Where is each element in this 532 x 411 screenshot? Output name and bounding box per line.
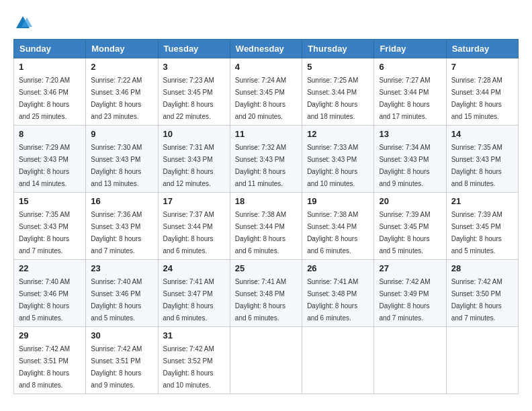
calendar-day-cell: 31 Sunrise: 7:42 AM Sunset: 3:52 PM Dayl… (158, 327, 230, 394)
day-info: Sunrise: 7:39 AM Sunset: 3:45 PM Dayligh… (379, 211, 430, 255)
calendar-day-cell: 28 Sunrise: 7:42 AM Sunset: 3:50 PM Dayl… (446, 260, 518, 327)
calendar-day-cell: 14 Sunrise: 7:35 AM Sunset: 3:43 PM Dayl… (446, 126, 518, 193)
calendar-day-cell: 10 Sunrise: 7:31 AM Sunset: 3:43 PM Dayl… (158, 126, 230, 193)
logo-icon (13, 13, 32, 32)
calendar-day-cell: 18 Sunrise: 7:38 AM Sunset: 3:44 PM Dayl… (230, 193, 302, 260)
day-number: 2 (91, 62, 152, 72)
day-number: 25 (235, 263, 297, 273)
calendar-week-row: 8 Sunrise: 7:29 AM Sunset: 3:43 PM Dayli… (14, 126, 519, 193)
day-number: 4 (235, 62, 297, 72)
day-info: Sunrise: 7:25 AM Sunset: 3:44 PM Dayligh… (307, 77, 358, 120)
logo (13, 13, 35, 32)
day-info: Sunrise: 7:23 AM Sunset: 3:45 PM Dayligh… (163, 77, 214, 120)
day-number: 26 (307, 263, 369, 273)
day-number: 31 (163, 330, 225, 340)
day-number: 9 (91, 129, 152, 139)
calendar-day-cell: 21 Sunrise: 7:39 AM Sunset: 3:45 PM Dayl… (446, 193, 518, 260)
day-info: Sunrise: 7:28 AM Sunset: 3:44 PM Dayligh… (451, 77, 502, 120)
day-number: 18 (235, 196, 297, 206)
day-info: Sunrise: 7:40 AM Sunset: 3:46 PM Dayligh… (91, 278, 142, 322)
calendar-week-row: 22 Sunrise: 7:40 AM Sunset: 3:46 PM Dayl… (14, 260, 519, 327)
calendar-day-cell: 30 Sunrise: 7:42 AM Sunset: 3:51 PM Dayl… (86, 327, 158, 394)
day-number: 1 (19, 62, 81, 72)
calendar-day-cell: 4 Sunrise: 7:24 AM Sunset: 3:45 PM Dayli… (230, 58, 302, 126)
days-of-week-row: SundayMondayTuesdayWednesdayThursdayFrid… (14, 40, 519, 58)
day-number: 17 (163, 196, 225, 206)
calendar-table: SundayMondayTuesdayWednesdayThursdayFrid… (13, 39, 519, 394)
day-info: Sunrise: 7:35 AM Sunset: 3:43 PM Dayligh… (451, 144, 502, 187)
day-number: 15 (19, 196, 81, 206)
day-info: Sunrise: 7:41 AM Sunset: 3:48 PM Dayligh… (307, 278, 358, 322)
day-info: Sunrise: 7:42 AM Sunset: 3:51 PM Dayligh… (91, 345, 142, 389)
calendar-day-cell: 5 Sunrise: 7:25 AM Sunset: 3:44 PM Dayli… (302, 58, 374, 126)
page-header (13, 13, 519, 32)
calendar-day-cell: 22 Sunrise: 7:40 AM Sunset: 3:46 PM Dayl… (14, 260, 86, 327)
day-number: 14 (451, 129, 513, 139)
day-info: Sunrise: 7:41 AM Sunset: 3:47 PM Dayligh… (163, 278, 214, 322)
day-number: 7 (451, 62, 513, 72)
calendar-week-row: 29 Sunrise: 7:42 AM Sunset: 3:51 PM Dayl… (14, 327, 519, 394)
dow-header: Friday (374, 40, 446, 58)
day-number: 16 (91, 196, 152, 206)
day-info: Sunrise: 7:34 AM Sunset: 3:43 PM Dayligh… (379, 144, 430, 187)
day-number: 20 (379, 196, 441, 206)
day-number: 11 (235, 129, 297, 139)
day-info: Sunrise: 7:40 AM Sunset: 3:46 PM Dayligh… (19, 278, 70, 322)
calendar-day-cell: 11 Sunrise: 7:32 AM Sunset: 3:43 PM Dayl… (230, 126, 302, 193)
dow-header: Tuesday (158, 40, 230, 58)
day-info: Sunrise: 7:36 AM Sunset: 3:43 PM Dayligh… (91, 211, 142, 255)
day-number: 24 (163, 263, 225, 273)
calendar-day-cell: 1 Sunrise: 7:20 AM Sunset: 3:46 PM Dayli… (14, 58, 86, 126)
calendar-day-cell: 25 Sunrise: 7:41 AM Sunset: 3:48 PM Dayl… (230, 260, 302, 327)
day-number: 22 (19, 263, 81, 273)
day-info: Sunrise: 7:32 AM Sunset: 3:43 PM Dayligh… (235, 144, 286, 187)
calendar-day-cell: 23 Sunrise: 7:40 AM Sunset: 3:46 PM Dayl… (86, 260, 158, 327)
day-info: Sunrise: 7:22 AM Sunset: 3:46 PM Dayligh… (91, 77, 142, 120)
day-info: Sunrise: 7:31 AM Sunset: 3:43 PM Dayligh… (163, 144, 214, 187)
calendar-week-row: 15 Sunrise: 7:35 AM Sunset: 3:43 PM Dayl… (14, 193, 519, 260)
day-info: Sunrise: 7:35 AM Sunset: 3:43 PM Dayligh… (19, 211, 70, 255)
day-number: 29 (19, 330, 81, 340)
calendar-day-cell: 24 Sunrise: 7:41 AM Sunset: 3:47 PM Dayl… (158, 260, 230, 327)
empty-cell (374, 327, 446, 394)
day-number: 23 (91, 263, 152, 273)
calendar-day-cell: 15 Sunrise: 7:35 AM Sunset: 3:43 PM Dayl… (14, 193, 86, 260)
calendar-day-cell: 7 Sunrise: 7:28 AM Sunset: 3:44 PM Dayli… (446, 58, 518, 126)
day-number: 27 (379, 263, 441, 273)
day-info: Sunrise: 7:41 AM Sunset: 3:48 PM Dayligh… (235, 278, 286, 322)
day-info: Sunrise: 7:37 AM Sunset: 3:44 PM Dayligh… (163, 211, 214, 255)
dow-header: Thursday (302, 40, 374, 58)
calendar-day-cell: 19 Sunrise: 7:38 AM Sunset: 3:44 PM Dayl… (302, 193, 374, 260)
calendar-day-cell: 26 Sunrise: 7:41 AM Sunset: 3:48 PM Dayl… (302, 260, 374, 327)
day-number: 30 (91, 330, 152, 340)
day-number: 3 (163, 62, 225, 72)
day-number: 5 (307, 62, 369, 72)
day-info: Sunrise: 7:30 AM Sunset: 3:43 PM Dayligh… (91, 144, 142, 187)
day-info: Sunrise: 7:42 AM Sunset: 3:52 PM Dayligh… (163, 345, 214, 389)
dow-header: Sunday (14, 40, 86, 58)
day-info: Sunrise: 7:24 AM Sunset: 3:45 PM Dayligh… (235, 77, 286, 120)
calendar-day-cell: 9 Sunrise: 7:30 AM Sunset: 3:43 PM Dayli… (86, 126, 158, 193)
day-info: Sunrise: 7:42 AM Sunset: 3:51 PM Dayligh… (19, 345, 70, 389)
empty-cell (446, 327, 518, 394)
calendar-day-cell: 2 Sunrise: 7:22 AM Sunset: 3:46 PM Dayli… (86, 58, 158, 126)
day-info: Sunrise: 7:42 AM Sunset: 3:50 PM Dayligh… (451, 278, 502, 322)
calendar-day-cell: 12 Sunrise: 7:33 AM Sunset: 3:43 PM Dayl… (302, 126, 374, 193)
empty-cell (302, 327, 374, 394)
calendar-day-cell: 29 Sunrise: 7:42 AM Sunset: 3:51 PM Dayl… (14, 327, 86, 394)
day-number: 21 (451, 196, 513, 206)
day-info: Sunrise: 7:39 AM Sunset: 3:45 PM Dayligh… (451, 211, 502, 255)
day-info: Sunrise: 7:38 AM Sunset: 3:44 PM Dayligh… (235, 211, 286, 255)
day-number: 8 (19, 129, 81, 139)
day-number: 19 (307, 196, 369, 206)
day-number: 10 (163, 129, 225, 139)
day-number: 28 (451, 263, 513, 273)
calendar-day-cell: 16 Sunrise: 7:36 AM Sunset: 3:43 PM Dayl… (86, 193, 158, 260)
calendar-day-cell: 27 Sunrise: 7:42 AM Sunset: 3:49 PM Dayl… (374, 260, 446, 327)
calendar-day-cell: 3 Sunrise: 7:23 AM Sunset: 3:45 PM Dayli… (158, 58, 230, 126)
day-number: 12 (307, 129, 369, 139)
day-info: Sunrise: 7:42 AM Sunset: 3:49 PM Dayligh… (379, 278, 430, 322)
dow-header: Wednesday (230, 40, 302, 58)
day-number: 13 (379, 129, 441, 139)
calendar-body: 1 Sunrise: 7:20 AM Sunset: 3:46 PM Dayli… (14, 58, 519, 394)
